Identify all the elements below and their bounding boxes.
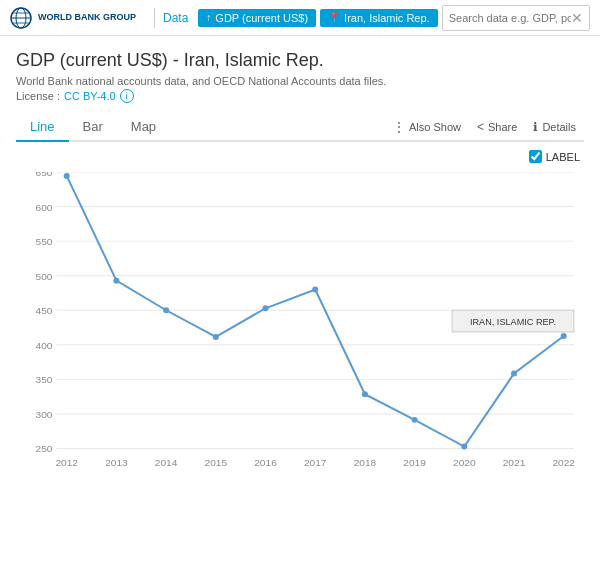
data-link[interactable]: Data	[163, 11, 188, 25]
license-row: License : CC BY-4.0 i	[16, 89, 584, 103]
header-divider	[154, 8, 155, 28]
svg-text:2017: 2017	[304, 457, 327, 468]
svg-point-25	[163, 307, 169, 313]
svg-point-24	[113, 278, 119, 284]
svg-text:500: 500	[36, 271, 53, 282]
svg-point-29	[362, 391, 368, 397]
svg-text:550: 550	[36, 236, 53, 247]
label-checkbox-container: LABEL	[529, 150, 580, 163]
search-close-icon[interactable]: ✕	[571, 10, 583, 26]
svg-point-32	[511, 370, 517, 376]
logo-area: WORLD BANK GROUP	[10, 7, 136, 29]
svg-point-33	[561, 333, 567, 339]
search-bar: ↑ GDP (current US$) 📍 Iran, Islamic Rep.…	[198, 5, 590, 31]
svg-text:400: 400	[36, 340, 53, 351]
tab-line[interactable]: Line	[16, 113, 69, 142]
app-header: WORLD BANK GROUP Data ↑ GDP (current US$…	[0, 0, 600, 36]
svg-point-27	[262, 305, 268, 311]
line-chart-svg: 650 600 550 500 450 400 350 300 250	[16, 172, 584, 488]
gdp-tag-button[interactable]: ↑ GDP (current US$)	[198, 9, 316, 27]
label-checkbox[interactable]	[529, 150, 542, 163]
svg-text:300: 300	[36, 409, 53, 420]
svg-point-26	[213, 334, 219, 340]
label-checkbox-label: LABEL	[546, 151, 580, 163]
svg-text:2021: 2021	[503, 457, 526, 468]
svg-point-31	[461, 444, 467, 450]
svg-point-28	[312, 287, 318, 293]
svg-text:2022: 2022	[552, 457, 575, 468]
share-button[interactable]: < Share	[469, 116, 525, 138]
tabs-row: Line Bar Map ⋮ Also Show < Share ℹ Detai…	[16, 113, 584, 142]
svg-point-30	[412, 417, 418, 423]
also-show-icon: ⋮	[393, 120, 405, 134]
svg-point-23	[64, 173, 70, 179]
chart-inner: 650 600 550 500 450 400 350 300 250	[16, 172, 584, 488]
main-content: GDP (current US$) - Iran, Islamic Rep. W…	[0, 36, 600, 508]
svg-text:2018: 2018	[354, 457, 377, 468]
subtitle: World Bank national accounts data, and O…	[16, 75, 584, 87]
svg-text:2014: 2014	[155, 457, 178, 468]
svg-text:2019: 2019	[403, 457, 426, 468]
search-input[interactable]	[449, 12, 571, 24]
also-show-button[interactable]: ⋮ Also Show	[385, 116, 469, 138]
svg-text:650: 650	[36, 172, 53, 178]
svg-text:600: 600	[36, 202, 53, 213]
svg-text:2016: 2016	[254, 457, 277, 468]
svg-text:IRAN, ISLAMIC REP.: IRAN, ISLAMIC REP.	[470, 317, 556, 327]
info-icon[interactable]: i	[120, 89, 134, 103]
details-icon: ℹ	[533, 120, 538, 134]
tab-map[interactable]: Map	[117, 113, 170, 142]
logo-text: WORLD BANK GROUP	[38, 13, 136, 23]
svg-text:2013: 2013	[105, 457, 128, 468]
share-icon: <	[477, 120, 484, 134]
svg-text:2012: 2012	[55, 457, 78, 468]
svg-text:2015: 2015	[205, 457, 228, 468]
world-bank-logo-icon	[10, 7, 32, 29]
tab-bar[interactable]: Bar	[69, 113, 117, 142]
svg-text:250: 250	[36, 444, 53, 455]
license-link[interactable]: CC BY-4.0	[64, 90, 116, 102]
chart-area: LABEL 650 600 550 500	[16, 148, 584, 508]
page-title: GDP (current US$) - Iran, Islamic Rep.	[16, 50, 584, 71]
svg-text:450: 450	[36, 305, 53, 316]
svg-text:2020: 2020	[453, 457, 476, 468]
details-button[interactable]: ℹ Details	[525, 116, 584, 138]
search-input-wrap: ✕	[442, 5, 590, 31]
svg-text:350: 350	[36, 374, 53, 385]
license-label: License :	[16, 90, 60, 102]
country-tag-button[interactable]: 📍 Iran, Islamic Rep.	[320, 9, 438, 27]
